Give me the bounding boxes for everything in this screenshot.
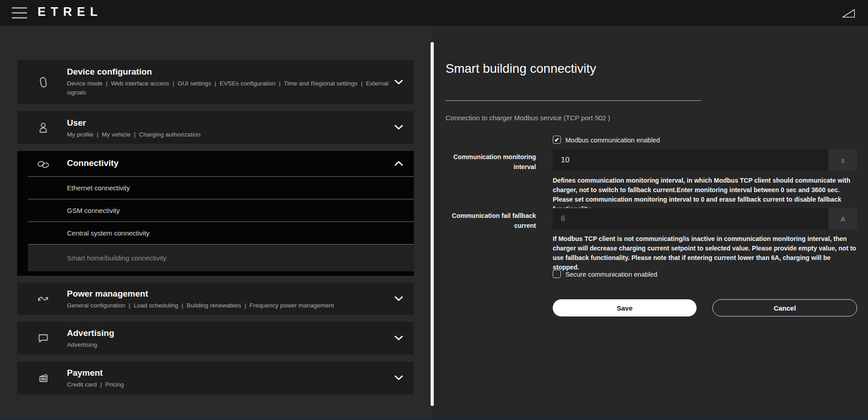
modbus-enabled-label: Modbus communication enabled [565, 137, 660, 144]
section-title: Connectivity [67, 158, 414, 168]
section-subtitle: Device mode | Web interface access | GUI… [67, 79, 397, 97]
section-title: User [67, 118, 414, 128]
monitoring-interval-input[interactable] [553, 149, 829, 171]
unit-amps: A [829, 208, 857, 230]
modbus-enabled-checkbox[interactable]: ✔ [553, 136, 561, 144]
power-wave-icon [37, 293, 49, 305]
sidebar-item-smart-home-building-connectivity[interactable]: Smart home/building connectivity [28, 245, 414, 271]
section-title: Power management [67, 289, 414, 299]
fallback-current-field: A [553, 208, 857, 230]
fallback-current-help: If Modbus TCP client is not communicatin… [553, 234, 858, 272]
chevron-down-icon [394, 80, 403, 85]
fallback-current-input[interactable] [553, 208, 829, 230]
secure-communication-checkbox[interactable] [553, 270, 561, 278]
sidebar-scrollbar[interactable] [431, 42, 434, 406]
section-subtitle: My profile | My vehicle | Charging autho… [67, 130, 397, 139]
brand-logo: ETREL [38, 5, 103, 19]
section-title: Advertising [67, 328, 414, 338]
bottom-strip [0, 418, 868, 420]
section-heading: Connection to charger Modbus service (TC… [446, 114, 610, 122]
section-title: Payment [67, 368, 414, 378]
sidebar-item-ethernet-connectivity[interactable]: Ethernet connectivity [28, 177, 414, 199]
speech-bubble-icon [37, 332, 49, 344]
monitoring-interval-label: Communication monitoring interval [450, 152, 536, 172]
signal-triangle-icon [842, 8, 855, 18]
monitoring-interval-field: s [553, 149, 857, 171]
save-button[interactable]: Save [553, 299, 697, 316]
sidebar-item-device-configuration[interactable]: Device configuration Device mode | Web i… [17, 60, 414, 104]
chevron-down-icon [394, 375, 403, 381]
unit-seconds: s [829, 149, 857, 171]
sidebar-item-gsm-connectivity[interactable]: GSM connectivity [28, 199, 414, 222]
sidebar-item-power-management[interactable]: Power management General configuration |… [17, 283, 414, 315]
sidebar-item-advertising[interactable]: Advertising Advertising [17, 322, 414, 354]
sidebar-item-user[interactable]: User My profile | My vehicle | Charging … [17, 111, 414, 144]
secure-communication-label: Secure communication enabled [565, 271, 657, 278]
checkmark-icon: ✔ [555, 137, 560, 143]
chevron-down-icon [394, 125, 403, 130]
user-icon [37, 122, 49, 134]
sidebar-item-payment[interactable]: Payment Credit card | Pricing [17, 362, 414, 394]
connectivity-icon [37, 158, 49, 170]
section-subtitle: General configuration | Load scheduling … [67, 301, 397, 310]
fallback-current-label: Communication fail fallback current [450, 211, 536, 231]
sidebar-item-connectivity[interactable]: Connectivity [17, 151, 414, 176]
chevron-down-icon [394, 296, 403, 302]
cancel-button[interactable]: Cancel [712, 299, 857, 316]
chevron-up-icon [394, 161, 403, 166]
app-window: ETREL Device configuration Device mode |… [0, 0, 868, 420]
section-subtitle: Credit card | Pricing [67, 380, 397, 389]
page-title: Smart building connectivity [446, 61, 596, 76]
sidebar-section-connectivity: Connectivity Ethernet connectivity GSM c… [17, 151, 414, 276]
sidebar-item-central-system-connectivity[interactable]: Central system connectivity [28, 222, 414, 244]
section-subtitle: Advertising [67, 340, 397, 349]
section-title: Device configuration [67, 67, 414, 77]
hamburger-menu-icon[interactable] [12, 7, 27, 19]
top-bar: ETREL [0, 0, 868, 26]
chevron-down-icon [394, 335, 403, 341]
divider [446, 100, 701, 101]
device-icon [37, 76, 49, 88]
credit-card-icon [37, 372, 49, 384]
